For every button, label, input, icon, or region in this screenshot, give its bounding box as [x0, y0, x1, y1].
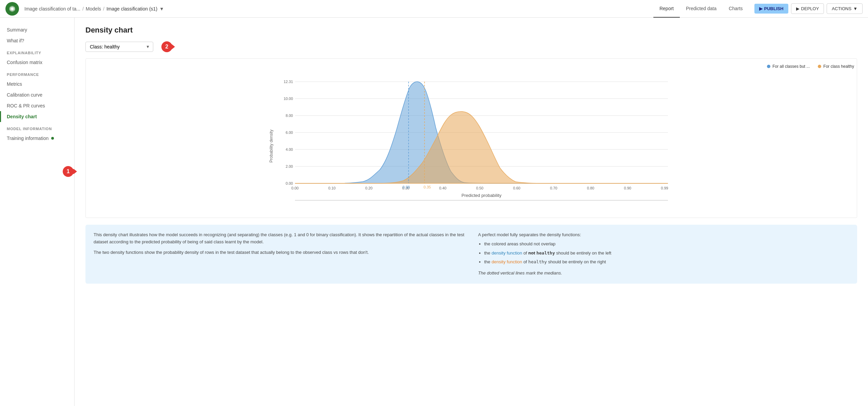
svg-text:0.00: 0.00: [286, 181, 293, 185]
breadcrumb-models[interactable]: Models: [86, 6, 101, 12]
deploy-icon: ▶: [796, 6, 800, 11]
svg-text:0.30: 0.30: [402, 185, 410, 189]
class-select-wrapper: Class: healthy Class: unhealthy ▼: [85, 42, 153, 52]
svg-text:4.00: 4.00: [286, 147, 293, 151]
info-right-item-3: the density function of healthy should b…: [484, 259, 849, 266]
tab-predicted-data[interactable]: Predicted data: [680, 0, 723, 18]
svg-text:0.35: 0.35: [423, 185, 431, 189]
svg-text:10.00: 10.00: [283, 97, 293, 101]
svg-text:0.70: 0.70: [550, 186, 557, 190]
sidebar: Summary What if? EXPLAINABILITY Confusio…: [0, 18, 75, 406]
training-status-dot: [51, 137, 54, 140]
info-note-medians: The dotted vertical lines mark the media…: [478, 270, 849, 277]
class-select-row: Class: healthy Class: unhealthy ▼ 2: [85, 41, 857, 52]
tab-charts[interactable]: Charts: [723, 0, 749, 18]
breadcrumb-current[interactable]: Image classification (s1): [106, 6, 157, 12]
logo: [5, 2, 19, 16]
legend-dot-orange: [818, 65, 821, 68]
svg-text:6.00: 6.00: [286, 130, 293, 135]
breadcrumb-dropdown-arrow[interactable]: ▼: [159, 6, 164, 12]
info-right: A perfect model fully separates the dens…: [478, 231, 849, 277]
step-badge-1: 1: [63, 166, 74, 177]
info-right-list: the colored areas should not overlap the…: [484, 241, 849, 266]
main-content: Density chart Class: healthy Class: unhe…: [75, 18, 868, 406]
svg-text:Probability density: Probability density: [269, 129, 274, 162]
info-left: This density chart illustrates how the m…: [94, 231, 465, 277]
svg-text:0.20: 0.20: [365, 186, 372, 190]
sidebar-section-performance: PERFORMANCE: [0, 68, 74, 79]
density-chart-svg: Probability density 12.31 10.00 8.00 6: [88, 72, 854, 214]
step-badge-2: 2: [161, 41, 172, 52]
deploy-button[interactable]: ▶ DEPLOY: [791, 3, 824, 14]
svg-text:0.10: 0.10: [328, 186, 335, 190]
topbar-nav: Report Predicted data Charts: [653, 0, 749, 18]
tab-report[interactable]: Report: [653, 0, 680, 18]
svg-text:Predicted probability: Predicted probability: [461, 193, 501, 198]
sidebar-item-whatif[interactable]: What if?: [0, 35, 74, 46]
svg-text:0.80: 0.80: [587, 186, 594, 190]
sidebar-item-confusion-matrix[interactable]: Confusion matrix: [0, 57, 74, 68]
svg-text:0.90: 0.90: [624, 186, 631, 190]
sidebar-item-metrics[interactable]: Metrics: [0, 79, 74, 89]
svg-text:0.00: 0.00: [291, 186, 298, 190]
svg-text:12.31: 12.31: [283, 80, 293, 84]
sidebar-item-training-info[interactable]: Training information: [0, 133, 74, 144]
density-function-healthy-label: density function: [492, 259, 522, 264]
legend-dot-blue: [767, 65, 770, 68]
info-right-item-2: the density function of not healthy shou…: [484, 250, 849, 257]
breadcrumb: Image classification of ta... / Models /…: [24, 6, 164, 12]
chart-legend: For all classes but ... For class health…: [88, 64, 854, 69]
chart-container: For all classes but ... For class health…: [85, 58, 857, 218]
info-right-title: A perfect model fully separates the dens…: [478, 231, 849, 239]
topbar-actions: ▶ PUBLISH ▶ DEPLOY ACTIONS ▼: [754, 3, 863, 14]
info-right-item-1: the colored areas should not overlap: [484, 241, 849, 248]
density-function-not-healthy-label: density function: [492, 250, 522, 256]
svg-text:0.99: 0.99: [661, 186, 668, 190]
legend-label-orange: For class healthy: [823, 64, 854, 69]
svg-point-1: [11, 7, 13, 10]
publish-icon: ▶: [759, 6, 763, 11]
info-box: This density chart illustrates how the m…: [85, 225, 857, 284]
legend-item-orange: For class healthy: [818, 64, 854, 69]
sidebar-section-explainability: EXPLAINABILITY: [0, 46, 74, 57]
info-para1: This density chart illustrates how the m…: [94, 231, 465, 246]
publish-button[interactable]: ▶ PUBLISH: [754, 4, 788, 14]
legend-label-blue: For all classes but ...: [772, 64, 810, 69]
info-para2: The two density functions show the proba…: [94, 249, 465, 256]
sidebar-item-calibration-curve[interactable]: Calibration curve: [0, 89, 74, 100]
svg-text:0.60: 0.60: [513, 186, 520, 190]
svg-text:0.40: 0.40: [439, 186, 446, 190]
sidebar-item-summary[interactable]: Summary: [0, 24, 74, 35]
svg-text:8.00: 8.00: [286, 114, 293, 118]
class-select[interactable]: Class: healthy Class: unhealthy: [85, 42, 153, 52]
breadcrumb-sep1: /: [82, 6, 84, 12]
not-label: not healthy: [528, 250, 555, 256]
topbar: Image classification of ta... / Models /…: [0, 0, 868, 18]
breadcrumb-project[interactable]: Image classification of ta...: [24, 6, 80, 12]
svg-text:0.50: 0.50: [476, 186, 483, 190]
actions-button[interactable]: ACTIONS ▼: [827, 3, 863, 14]
healthy-code-label: healthy: [528, 259, 547, 264]
actions-chevron-icon: ▼: [853, 6, 857, 11]
sidebar-item-training-label: Training information: [7, 136, 48, 141]
page-title: Density chart: [85, 26, 857, 35]
breadcrumb-sep2: /: [103, 6, 104, 12]
legend-item-blue: For all classes but ...: [767, 64, 810, 69]
layout: Summary What if? EXPLAINABILITY Confusio…: [0, 18, 868, 406]
svg-text:2.00: 2.00: [286, 164, 293, 168]
sidebar-item-roc-pr[interactable]: ROC & PR curves: [0, 100, 74, 111]
sidebar-item-density-chart[interactable]: Density chart: [0, 111, 74, 122]
sidebar-section-model-info: MODEL INFORMATION: [0, 122, 74, 133]
chart-svg-wrap: Probability density 12.31 10.00 8.00 6: [88, 72, 854, 215]
